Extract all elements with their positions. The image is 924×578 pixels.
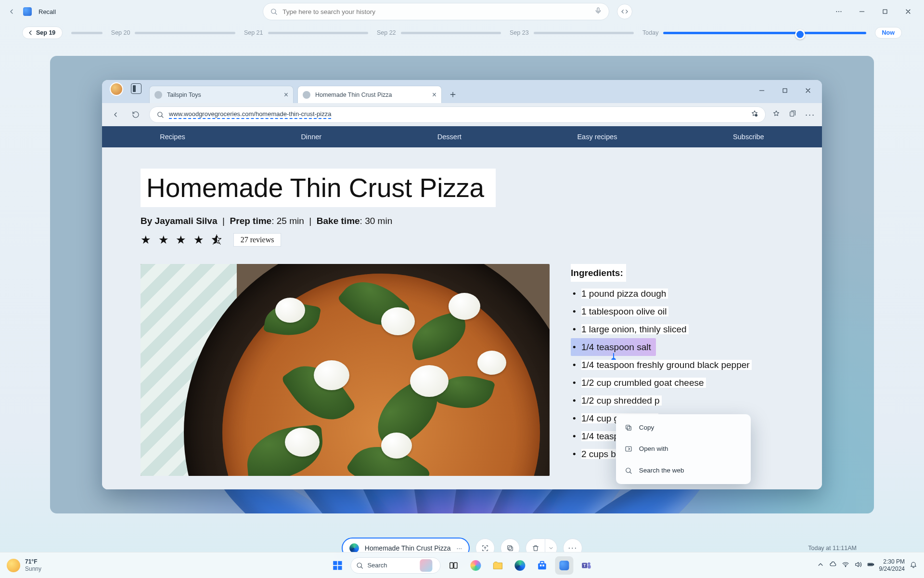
more-button[interactable]: ··· [828,4,850,19]
open-icon [625,445,632,453]
timeline-today-bar[interactable] [663,32,866,34]
context-menu: Copy Open with Search the web [616,414,751,484]
store-button[interactable] [533,556,552,575]
teams-button[interactable]: T [578,556,596,575]
copy-icon [625,424,632,432]
timeline-now-button[interactable]: Now [875,27,902,39]
browser-maximize-button[interactable] [774,83,796,98]
favorite-badge-icon[interactable] [751,110,758,119]
timeline-segment-bar[interactable] [401,32,501,34]
timeline-segment[interactable]: Sep 23 [510,29,634,36]
list-item: 1/2 cup shredded p [571,392,752,409]
systray: 2:30 PM 9/24/2024 [817,558,917,573]
timeline-date: Sep 22 [377,29,396,36]
ctx-search-web[interactable]: Search the web [619,460,748,481]
timeline-segment[interactable]: Sep 22 [377,29,501,36]
maximize-button[interactable] [874,4,896,19]
nav-link[interactable]: Subscribe [733,133,764,141]
svg-rect-2 [883,10,887,13]
tray-expand-button[interactable] [817,561,824,570]
tab-close-button[interactable]: × [284,91,288,99]
wifi-icon[interactable] [842,561,849,570]
timeline[interactable]: Sep 19 Sep 20 Sep 21 Sep 22 Sep 23 Today… [0,23,924,42]
timeline-segment-bar[interactable] [135,32,235,34]
timeline-today-label: Today [642,29,658,36]
timeline-date: Sep 20 [111,29,130,36]
nav-link[interactable]: Dinner [301,133,321,141]
tab-tailspin[interactable]: Tailspin Toys × [149,86,294,103]
edge-button[interactable] [511,556,529,575]
clock[interactable]: 2:30 PM 9/24/2024 [879,558,905,573]
favorites-icon[interactable] [772,110,780,119]
collections-icon[interactable] [789,110,796,119]
tab-title: Tailspin Toys [167,92,201,98]
back-button[interactable] [5,5,18,18]
mic-icon[interactable] [594,7,602,16]
tab-title: Homemade Thin Crust Pizza [315,92,392,98]
taskbar-search[interactable]: Search [350,557,440,574]
favicon-icon [154,91,162,99]
timeline-today[interactable]: Today [642,29,866,36]
nav-link[interactable]: Easy recipes [577,133,617,141]
taskbar: 71°F Sunny Search T 2:30 PM 9/24/2024 [0,552,924,578]
tab-close-button[interactable]: × [432,91,436,99]
history-search-input[interactable] [282,8,590,15]
copilot-button[interactable] [467,556,485,575]
prep-value: 25 min [277,216,304,226]
history-search-field[interactable] [263,3,609,20]
explorer-button[interactable] [489,556,507,575]
timeline-segment[interactable]: Sep 21 [244,29,368,36]
ctx-copy[interactable]: Copy [619,417,748,438]
timeline-segment-bar[interactable] [534,32,634,34]
content-row: Ingredients: 1 pound pizza dough 1 table… [141,264,783,476]
snapshot-timestamp: Today at 11:11AM [808,545,857,552]
ctx-open-with[interactable]: Open with [619,438,748,460]
weather-widget[interactable]: 71°F Sunny [7,558,41,572]
snapshot-more-button[interactable]: ··· [457,544,462,552]
workspaces-icon[interactable] [131,83,141,94]
reviews-count[interactable]: 27 reviews [233,233,282,247]
timeline-segment-bar[interactable] [268,32,368,34]
svg-rect-31 [873,564,873,565]
recipe-photo [141,264,550,476]
webpage: Recipes Dinner Dessert Easy recipes Subs… [102,126,822,489]
list-item: 1/2 cup crumbled goat cheese [571,374,752,392]
url-field[interactable]: www.woodgrovegroceries.com/homemade-thin… [149,106,766,123]
snapshot-card: Tailspin Toys × Homemade Thin Crust Pizz… [50,56,874,513]
notifications-button[interactable] [910,561,917,570]
timeline-segment-bar[interactable] [71,32,103,34]
nav-back-button[interactable] [109,108,122,121]
svg-rect-9 [626,447,631,451]
taskview-button[interactable] [445,556,463,575]
browser-minimize-button[interactable] [751,83,773,98]
svg-rect-20 [538,563,546,569]
svg-rect-18 [450,563,453,568]
recall-taskbar-button[interactable] [555,556,574,575]
browser-window-controls [751,83,819,98]
svg-rect-16 [338,565,342,569]
profile-avatar[interactable] [110,82,123,96]
close-button[interactable] [897,4,919,19]
svg-rect-8 [626,425,629,429]
minimize-button[interactable] [851,4,873,19]
tab-recipe[interactable]: Homemade Thin Crust Pizza × [297,86,442,103]
browser-close-button[interactable] [797,83,819,98]
ctx-label: Copy [639,421,654,434]
timeline-current-chip[interactable]: Sep 19 [22,26,63,39]
svg-rect-3 [783,89,787,92]
svg-point-26 [588,562,590,565]
onedrive-icon[interactable] [829,561,837,570]
settings-more-icon[interactable]: ··· [805,110,815,120]
volume-icon[interactable] [854,561,862,570]
taskbar-center: Search T [328,556,595,575]
start-button[interactable] [328,556,346,575]
timeline-segment[interactable]: Sep 20 [111,29,235,36]
list-item-selected[interactable]: 1/4 teaspoon salt [571,338,656,356]
article: Homemade Thin Crust Pizza By Jayamali Si… [102,147,822,476]
nav-link[interactable]: Recipes [160,133,185,141]
nav-link[interactable]: Dessert [437,133,462,141]
battery-icon[interactable] [867,561,874,570]
nav-reload-button[interactable] [129,108,142,121]
code-chip-button[interactable] [617,4,632,19]
new-tab-button[interactable]: ＋ [446,87,460,101]
